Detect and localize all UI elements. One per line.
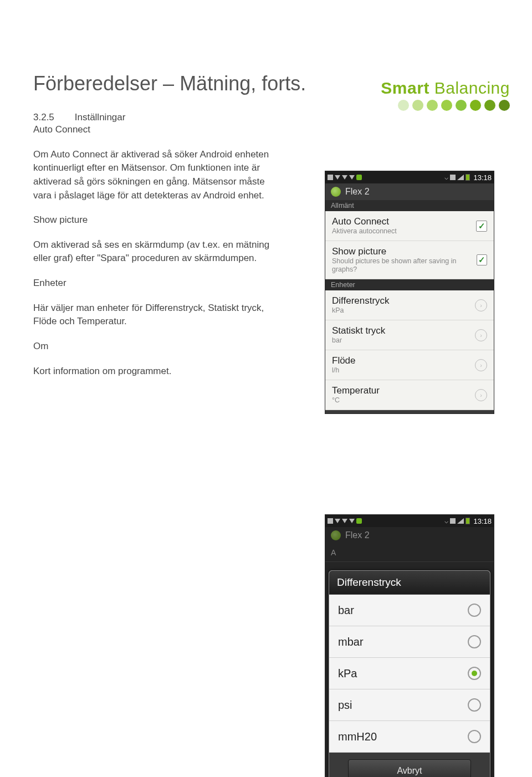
status-bar: ⌵ 13:18 bbox=[325, 515, 494, 527]
brand-logo: Smart Balancing bbox=[381, 79, 510, 111]
signal-icon bbox=[457, 518, 464, 524]
option-label: mmH20 bbox=[338, 730, 377, 743]
checkbox-icon[interactable]: ✓ bbox=[477, 254, 487, 265]
section-general: Allmänt bbox=[325, 200, 494, 211]
notif-icon bbox=[328, 175, 333, 180]
row-title: Differenstryck bbox=[332, 295, 390, 306]
unit-dialog: Differenstryck bar mbar kPa psi mmH20 bbox=[329, 570, 490, 777]
sync-icon bbox=[450, 518, 456, 524]
sync-icon bbox=[450, 175, 456, 180]
row-auto-connect[interactable]: Auto Connect Aktivera autoconnect ✓ bbox=[325, 211, 494, 241]
option-mmh2o[interactable]: mmH20 bbox=[329, 721, 490, 753]
row-title: Flöde bbox=[332, 355, 356, 366]
enheter-body: Här väljer man enheter för Differenstryc… bbox=[33, 301, 277, 329]
chevron-right-icon: › bbox=[475, 359, 487, 371]
enheter-heading: Enheter bbox=[33, 277, 277, 290]
app-title: Flex 2 bbox=[345, 187, 370, 197]
om-body: Kort information om programmet. bbox=[33, 365, 277, 379]
cancel-button[interactable]: Avbryt bbox=[348, 759, 471, 777]
radio-icon[interactable] bbox=[468, 730, 481, 743]
radio-icon-selected[interactable] bbox=[468, 667, 481, 680]
brand-bold: Smart bbox=[381, 79, 429, 97]
download-icon bbox=[342, 175, 347, 180]
brand-dots bbox=[381, 100, 510, 111]
signal-icon bbox=[457, 175, 464, 180]
battery-icon bbox=[466, 518, 470, 524]
option-label: bar bbox=[338, 604, 354, 617]
download-icon bbox=[335, 519, 340, 523]
checkbox-icon[interactable]: ✓ bbox=[476, 221, 487, 232]
screenshot-unit-dialog: ⌵ 13:18 Flex 2 A Differenstryck bar mbar bbox=[325, 514, 494, 777]
notif-icon bbox=[328, 518, 333, 524]
section-units: Enheter bbox=[325, 279, 494, 290]
section-title: Inställningar bbox=[75, 112, 126, 122]
status-time: 13:18 bbox=[473, 173, 492, 182]
auto-connect-heading: Auto Connect bbox=[33, 123, 277, 137]
screenshot-settings: ⌵ 13:18 Flex 2 Allmänt Auto Connect Akti… bbox=[325, 171, 494, 414]
download-icon bbox=[342, 519, 347, 523]
row-diff-pressure[interactable]: Differenstryck kPa › bbox=[325, 290, 494, 320]
brand-light: Balancing bbox=[429, 79, 510, 97]
bluetooth-icon: ⌵ bbox=[444, 517, 448, 525]
row-sub: l/h bbox=[332, 366, 356, 375]
row-show-picture[interactable]: Show picture Should pictures be shown af… bbox=[325, 241, 494, 279]
dialog-title: Differenstryck bbox=[329, 571, 490, 595]
radio-icon[interactable] bbox=[468, 604, 481, 617]
app-notif-icon bbox=[356, 518, 362, 524]
status-time: 13:18 bbox=[473, 517, 492, 525]
app-header: Flex 2 bbox=[325, 183, 494, 200]
option-label: psi bbox=[338, 699, 352, 712]
row-title: Auto Connect bbox=[332, 216, 397, 227]
app-notif-icon bbox=[356, 175, 362, 180]
section-number: 3.2.5 bbox=[33, 112, 72, 123]
row-title: Show picture bbox=[332, 246, 477, 257]
option-psi[interactable]: psi bbox=[329, 689, 490, 721]
option-label: kPa bbox=[338, 667, 357, 680]
auto-connect-body: Om Auto Connect är aktiverad så söker An… bbox=[33, 148, 277, 203]
row-sub: kPa bbox=[332, 306, 390, 315]
option-kpa[interactable]: kPa bbox=[329, 658, 490, 689]
row-title: Temperatur bbox=[332, 385, 380, 396]
battery-icon bbox=[466, 174, 470, 181]
section-heading: 3.2.5 Inställningar bbox=[33, 112, 499, 123]
brand-text: Smart Balancing bbox=[381, 79, 510, 98]
download-icon bbox=[335, 175, 340, 180]
chevron-right-icon: › bbox=[475, 299, 487, 311]
show-picture-body: Om aktiverad så ses en skärmdump (av t.e… bbox=[33, 238, 277, 265]
radio-icon[interactable] bbox=[468, 635, 481, 648]
chevron-right-icon: › bbox=[475, 389, 487, 401]
show-picture-heading: Show picture bbox=[33, 213, 277, 227]
row-sub: °C bbox=[332, 396, 380, 405]
row-sub: bar bbox=[332, 336, 385, 345]
row-sub: Aktivera autoconnect bbox=[332, 227, 397, 236]
download-icon bbox=[349, 519, 355, 523]
row-static-pressure[interactable]: Statiskt tryck bar › bbox=[325, 320, 494, 350]
option-bar[interactable]: bar bbox=[329, 595, 490, 626]
bluetooth-icon: ⌵ bbox=[444, 173, 448, 181]
chevron-right-icon: › bbox=[475, 329, 487, 341]
row-temperature[interactable]: Temperatur °C › bbox=[325, 380, 494, 410]
download-icon bbox=[349, 175, 355, 180]
radio-icon[interactable] bbox=[468, 698, 481, 712]
status-bar: ⌵ 13:18 bbox=[325, 171, 494, 183]
row-flow[interactable]: Flöde l/h › bbox=[325, 350, 494, 380]
row-sub: Should pictures be shown after saving in… bbox=[332, 257, 477, 274]
option-label: mbar bbox=[338, 636, 364, 648]
option-mbar[interactable]: mbar bbox=[329, 626, 490, 658]
row-title: Statiskt tryck bbox=[332, 325, 385, 336]
om-heading: Om bbox=[33, 340, 277, 354]
app-icon bbox=[331, 187, 341, 197]
